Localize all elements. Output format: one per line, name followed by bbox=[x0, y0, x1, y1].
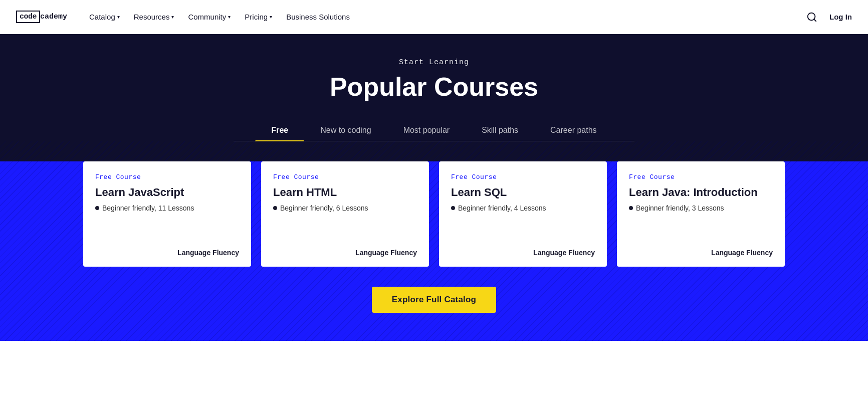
course-card-sql[interactable]: Free Course Learn SQL Beginner friendly,… bbox=[439, 161, 607, 267]
course-card-javascript[interactable]: Free Course Learn JavaScript Beginner fr… bbox=[83, 161, 251, 267]
nav-right: Log In bbox=[806, 12, 852, 23]
card-meta: Beginner friendly, 6 Lessons bbox=[273, 204, 417, 212]
card-meta: Beginner friendly, 11 Lessons bbox=[95, 204, 239, 212]
card-meta: Beginner friendly, 3 Lessons bbox=[629, 204, 773, 212]
card-footer: Language Fluency bbox=[629, 239, 773, 257]
chevron-down-icon: ▾ bbox=[117, 14, 120, 20]
card-footer: Language Fluency bbox=[95, 239, 239, 257]
nav-item-community[interactable]: Community ▾ bbox=[182, 9, 237, 25]
chevron-down-icon: ▾ bbox=[270, 14, 272, 20]
logo-text: cademy bbox=[40, 13, 67, 21]
nav-links: Catalog ▾ Resources ▾ Community ▾ Pricin… bbox=[83, 9, 806, 25]
card-badge: Free Course bbox=[451, 173, 595, 181]
tab-new-to-coding[interactable]: New to coding bbox=[304, 120, 387, 141]
nav-item-pricing[interactable]: Pricing ▾ bbox=[239, 9, 278, 25]
explore-catalog-button[interactable]: Explore Full Catalog bbox=[372, 287, 496, 313]
nav-item-catalog[interactable]: Catalog ▾ bbox=[83, 9, 126, 25]
bullet-icon bbox=[273, 206, 277, 210]
card-title: Learn JavaScript bbox=[95, 186, 239, 199]
card-meta: Beginner friendly, 4 Lessons bbox=[451, 204, 595, 212]
card-title: Learn SQL bbox=[451, 186, 595, 199]
card-badge: Free Course bbox=[95, 173, 239, 181]
bullet-icon bbox=[95, 206, 99, 210]
tab-skill-paths[interactable]: Skill paths bbox=[466, 120, 534, 141]
card-badge: Free Course bbox=[629, 173, 773, 181]
tab-free[interactable]: Free bbox=[255, 120, 304, 141]
tab-career-paths[interactable]: Career paths bbox=[534, 120, 613, 141]
tab-most-popular[interactable]: Most popular bbox=[387, 120, 466, 141]
search-button[interactable] bbox=[806, 12, 817, 23]
card-footer: Language Fluency bbox=[451, 239, 595, 257]
card-title: Learn Java: Introduction bbox=[629, 186, 773, 199]
chevron-down-icon: ▾ bbox=[171, 14, 174, 20]
search-icon bbox=[806, 12, 817, 23]
course-tabs: Free New to coding Most popular Skill pa… bbox=[234, 120, 634, 141]
courses-section: Free Course Learn JavaScript Beginner fr… bbox=[0, 141, 868, 341]
hero-header: Start Learning Popular Courses Free New … bbox=[0, 34, 868, 141]
course-card-html[interactable]: Free Course Learn HTML Beginner friendly… bbox=[261, 161, 429, 267]
course-card-java[interactable]: Free Course Learn Java: Introduction Beg… bbox=[617, 161, 785, 267]
hero-title: Popular Courses bbox=[330, 72, 538, 102]
svg-line-1 bbox=[814, 19, 816, 21]
bullet-icon bbox=[629, 206, 633, 210]
logo[interactable]: code cademy bbox=[16, 11, 67, 23]
hero-section: Start Learning Popular Courses Free New … bbox=[0, 34, 868, 341]
login-button[interactable]: Log In bbox=[829, 13, 852, 21]
hero-subtitle: Start Learning bbox=[399, 58, 469, 67]
courses-grid: Free Course Learn JavaScript Beginner fr… bbox=[83, 161, 785, 267]
card-footer: Language Fluency bbox=[273, 239, 417, 257]
cta-wrapper: Explore Full Catalog bbox=[0, 287, 868, 321]
bullet-icon bbox=[451, 206, 455, 210]
nav-item-resources[interactable]: Resources ▾ bbox=[128, 9, 180, 25]
navbar: code cademy Catalog ▾ Resources ▾ Commun… bbox=[0, 0, 868, 34]
chevron-down-icon: ▾ bbox=[228, 14, 231, 20]
card-title: Learn HTML bbox=[273, 186, 417, 199]
logo-code: code bbox=[20, 13, 37, 21]
nav-item-business[interactable]: Business Solutions bbox=[280, 9, 356, 25]
card-badge: Free Course bbox=[273, 173, 417, 181]
